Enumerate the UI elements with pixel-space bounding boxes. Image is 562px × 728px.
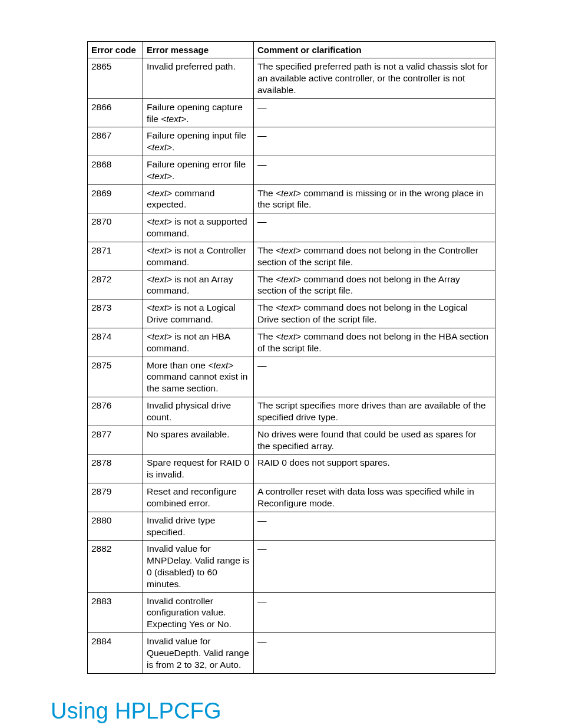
cell-error-code: 2872 [88, 271, 143, 299]
error-code-table: Error code Error message Comment or clar… [87, 41, 495, 674]
col-header-code: Error code [88, 42, 143, 58]
cell-error-code: 2875 [88, 357, 143, 397]
table-row: 2877No spares available.No drives were f… [88, 426, 495, 454]
table-row: 2876Invalid physical drive count.The scr… [88, 397, 495, 426]
placeholder-text: <text> [147, 331, 172, 341]
cell-error-code: 2883 [88, 592, 143, 633]
cell-error-code: 2871 [88, 242, 143, 271]
cell-error-code: 2867 [88, 127, 143, 156]
placeholder-text: <text> [276, 188, 301, 198]
cell-error-code: 2865 [88, 58, 143, 98]
cell-comment: The <text> command does not belong in th… [254, 271, 495, 299]
placeholder-text: <text> [276, 302, 301, 312]
cell-error-message: <text> command expected. [143, 185, 254, 213]
cell-comment: — [254, 633, 495, 673]
cell-comment: The <text> command does not belong in th… [254, 328, 495, 357]
cell-error-code: 2880 [88, 512, 143, 541]
cell-comment: — [254, 512, 495, 541]
placeholder-text: <text> [161, 114, 186, 124]
placeholder-text: <text> [147, 216, 172, 226]
table-row: 2868Failure opening error file <text>.— [88, 156, 495, 185]
cell-error-message: No spares available. [143, 426, 254, 454]
cell-error-code: 2868 [88, 156, 143, 185]
cell-error-message: Failure opening error file <text>. [143, 156, 254, 185]
table-row: 2874<text> is not an HBA command.The <te… [88, 328, 495, 357]
placeholder-text: <text> [276, 331, 301, 341]
cell-comment: RAID 0 does not support spares. [254, 454, 495, 483]
cell-error-code: 2878 [88, 454, 143, 483]
table-header-row: Error code Error message Comment or clar… [88, 42, 495, 58]
cell-error-message: <text> is not an HBA command. [143, 328, 254, 357]
cell-comment: — [254, 98, 495, 127]
table-row: 2871<text> is not a Controller command.T… [88, 242, 495, 271]
cell-error-code: 2869 [88, 185, 143, 213]
cell-comment: — [254, 592, 495, 633]
page: Error code Error message Comment or clar… [0, 0, 562, 728]
cell-error-message: <text> is not a supported command. [143, 213, 254, 242]
cell-comment: The <text> command does not belong in th… [254, 299, 495, 328]
table-row: 2869<text> command expected.The <text> c… [88, 185, 495, 213]
table-row: 2878Spare request for RAID 0 is invalid.… [88, 454, 495, 483]
cell-error-code: 2873 [88, 299, 143, 328]
cell-error-message: Invalid preferred path. [143, 58, 254, 98]
cell-comment: — [254, 156, 495, 185]
cell-comment: The script specifies more drives than ar… [254, 397, 495, 426]
cell-error-message: More than one <text> command cannot exis… [143, 357, 254, 397]
cell-error-code: 2876 [88, 397, 143, 426]
cell-error-code: 2882 [88, 541, 143, 592]
cell-error-message: <text> is not an Array command. [143, 271, 254, 299]
cell-comment: No drives were found that could be used … [254, 426, 495, 454]
cell-error-code: 2879 [88, 483, 143, 512]
cell-error-code: 2884 [88, 633, 143, 673]
placeholder-text: <text> [147, 302, 172, 312]
cell-comment: — [254, 541, 495, 592]
table-row: 2882Invalid value for MNPDelay. Valid ra… [88, 541, 495, 592]
cell-comment: The <text> command is missing or in the … [254, 185, 495, 213]
table-row: 2884Invalid value for QueueDepth. Valid … [88, 633, 495, 673]
cell-error-message: Invalid controller configuration value. … [143, 592, 254, 633]
table-row: 2873<text> is not a Logical Drive comman… [88, 299, 495, 328]
table-row: 2883Invalid controller configuration val… [88, 592, 495, 633]
cell-error-code: 2877 [88, 426, 143, 454]
cell-error-message: <text> is not a Logical Drive command. [143, 299, 254, 328]
cell-error-message: <text> is not a Controller command. [143, 242, 254, 271]
table-row: 2866Failure opening capture file <text>.… [88, 98, 495, 127]
placeholder-text: <text> [147, 188, 172, 198]
table-row: 2867Failure opening input file <text>.— [88, 127, 495, 156]
table-row: 2870<text> is not a supported command.— [88, 213, 495, 242]
placeholder-text: <text> [147, 274, 172, 284]
placeholder-text: <text> [147, 171, 172, 181]
cell-error-message: Failure opening input file <text>. [143, 127, 254, 156]
col-header-comment: Comment or clarification [254, 42, 495, 58]
cell-error-message: Failure opening capture file <text>. [143, 98, 254, 127]
cell-comment: The <text> command does not belong in th… [254, 242, 495, 271]
cell-error-code: 2866 [88, 98, 143, 127]
cell-error-message: Reset and reconfigure combined error. [143, 483, 254, 512]
placeholder-text: <text> [208, 360, 233, 370]
placeholder-text: <text> [147, 245, 172, 255]
placeholder-text: <text> [147, 142, 172, 152]
table-row: 2872<text> is not an Array command.The <… [88, 271, 495, 299]
cell-comment: — [254, 127, 495, 156]
cell-error-message: Spare request for RAID 0 is invalid. [143, 454, 254, 483]
table-row: 2880Invalid drive type specified.— [88, 512, 495, 541]
table-row: 2865Invalid preferred path.The specified… [88, 58, 495, 98]
placeholder-text: <text> [276, 274, 301, 284]
section-heading: Using HPLPCFG [51, 699, 511, 724]
cell-comment: — [254, 213, 495, 242]
table-row: 2875More than one <text> command cannot … [88, 357, 495, 397]
table-row: 2879Reset and reconfigure combined error… [88, 483, 495, 512]
cell-comment: The specified preferred path is not a va… [254, 58, 495, 98]
col-header-msg: Error message [143, 42, 254, 58]
cell-error-message: Invalid drive type specified. [143, 512, 254, 541]
cell-error-code: 2870 [88, 213, 143, 242]
cell-error-message: Invalid value for QueueDepth. Valid rang… [143, 633, 254, 673]
cell-error-message: Invalid physical drive count. [143, 397, 254, 426]
cell-comment: — [254, 357, 495, 397]
placeholder-text: <text> [276, 245, 301, 255]
cell-comment: A controller reset with data loss was sp… [254, 483, 495, 512]
cell-error-code: 2874 [88, 328, 143, 357]
cell-error-message: Invalid value for MNPDelay. Valid range … [143, 541, 254, 592]
